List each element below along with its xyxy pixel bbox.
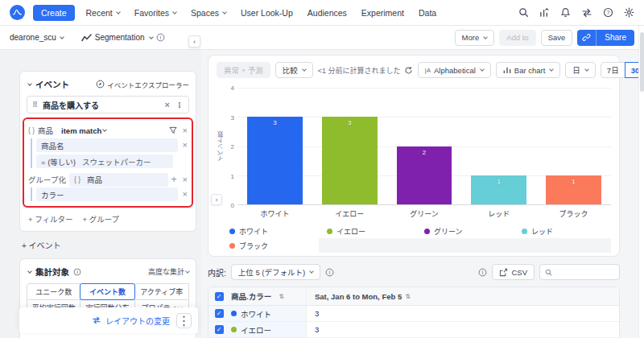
bar-green[interactable]: 2 — [397, 146, 452, 205]
sort-icon[interactable]: ⇅ — [279, 293, 284, 300]
project-selector[interactable]: dearone_scu — [10, 33, 64, 42]
page-scrollbar[interactable] — [638, 26, 644, 338]
table-row[interactable]: ✓ ホワイト 3 — [208, 306, 619, 322]
filter-operator-dropdown[interactable]: item match — [61, 126, 106, 135]
change-layout-button[interactable]: レイアウトの変更 — [92, 315, 170, 327]
y-axis-label: イベント数 — [217, 88, 225, 205]
nav-user-lookup[interactable]: User Look-Up — [237, 8, 296, 18]
measure-option-active[interactable]: アクティブ率 — [134, 283, 189, 300]
chart-type-dropdown[interactable]: Bar chart — [496, 62, 561, 78]
nav-data[interactable]: Data — [415, 8, 440, 18]
compare-button[interactable]: 比較 — [275, 62, 313, 78]
switch-workspace-icon[interactable] — [581, 8, 592, 18]
breakdown-controls: 内訳: 上位 5 (デフォルト) i i CSV — [208, 264, 620, 280]
event-menu-icon[interactable]: ⋮ — [175, 101, 184, 109]
nav-favorites[interactable]: Favorites — [131, 8, 180, 18]
advanced-aggregation-dropdown[interactable]: 高度な集計 — [148, 266, 189, 277]
amplitude-logo-icon[interactable] — [10, 5, 25, 20]
collapse-chevron-icon[interactable] — [27, 269, 32, 274]
legend-item-black[interactable]: ブラック — [221, 241, 319, 251]
chart-type-selector[interactable]: Segmentation i — [81, 33, 165, 42]
groupby-field-select[interactable]: カラー — [36, 188, 178, 201]
measure-option-event-totals[interactable]: イベント数 — [80, 283, 134, 300]
nav-audiences[interactable]: Audiences — [304, 8, 350, 18]
table-row[interactable]: ✓ イエロー 3 — [208, 322, 619, 338]
search-icon[interactable] — [518, 7, 529, 18]
sort-dropdown[interactable]: |AAlphabetical — [418, 62, 491, 78]
copy-link-icon[interactable] — [577, 30, 597, 46]
remove-filter-icon[interactable]: × — [183, 126, 188, 135]
select-all-checkbox[interactable]: ✓ — [215, 292, 224, 301]
add-to-button[interactable]: Add to — [499, 30, 535, 46]
measure-option-uniques[interactable]: ユニーク数 — [27, 283, 80, 300]
nav-recent[interactable]: Recent — [83, 8, 123, 18]
date-range-segmented: 7日 30日 60日 90日 — [601, 62, 644, 78]
insights-icon[interactable] — [539, 7, 550, 18]
drag-handle-icon[interactable]: ⠿ — [32, 101, 38, 109]
nav-spaces[interactable]: Spaces — [188, 8, 229, 18]
bar-red[interactable]: 1 — [471, 175, 526, 204]
event-explorer-link[interactable]: イベントエクスプローラー — [96, 80, 189, 89]
save-button[interactable]: Save — [541, 30, 573, 46]
sidebar-collapse-button[interactable]: ‹ — [188, 35, 200, 47]
remove-event-icon[interactable]: × — [165, 101, 170, 109]
legend-item-yellow[interactable]: イエロー — [319, 226, 416, 237]
event-footer-actions: + フィルター + グループ — [27, 213, 189, 225]
event-item[interactable]: ⠿ 商品を購入する × ⋮ — [27, 96, 189, 113]
legend-item-red[interactable]: レッド — [514, 226, 611, 237]
row-checkbox[interactable]: ✓ — [215, 309, 224, 318]
condition-select[interactable]: = (等しい) スウェットパーカー — [36, 155, 173, 168]
table-search-box[interactable] — [539, 264, 620, 280]
more-button[interactable]: More — [455, 30, 495, 46]
groupby-property-select[interactable]: { }商品 — [69, 173, 168, 187]
series-dot — [231, 311, 237, 316]
legend-dot — [327, 229, 332, 234]
row-checkbox[interactable]: ✓ — [215, 325, 224, 334]
bar-white[interactable]: 3 — [247, 117, 303, 204]
add-group-button[interactable]: + グループ — [83, 213, 120, 225]
refresh-icon[interactable] — [404, 66, 413, 75]
scrollbar-thumb[interactable] — [640, 32, 644, 92]
remove-groupby-icon[interactable]: × — [183, 175, 188, 184]
table-actions: i CSV — [478, 264, 620, 280]
series-dot — [231, 327, 237, 332]
filter-funnel-icon[interactable] — [169, 126, 177, 134]
layout-menu-icon[interactable]: ⋮ — [176, 313, 192, 328]
legend-item-green[interactable]: グリーン — [416, 226, 514, 237]
column-header-group[interactable]: 商品.カラー — [231, 291, 271, 302]
settings-gear-icon[interactable] — [624, 7, 634, 18]
remove-groupby-field-icon[interactable]: × — [183, 190, 188, 199]
field-select[interactable]: 商品名 — [36, 138, 178, 152]
breakdown-dropdown[interactable]: 上位 5 (デフォルト) — [231, 264, 320, 280]
bar-yellow[interactable]: 3 — [322, 117, 378, 204]
remove-field-icon[interactable]: × — [183, 141, 188, 150]
range-7d[interactable]: 7日 — [601, 62, 625, 78]
info-icon[interactable]: i — [73, 268, 81, 276]
add-event-button[interactable]: + イベント — [22, 239, 196, 251]
create-button[interactable]: Create — [33, 5, 75, 21]
granularity-dropdown[interactable]: 日 — [565, 62, 596, 78]
nav-experiment[interactable]: Experiment — [358, 8, 407, 18]
filter-property[interactable]: 商品 — [38, 125, 53, 136]
breakdown-label: 内訳: — [208, 266, 226, 278]
chart-panel-collapse-button[interactable]: ‹ — [211, 194, 222, 205]
column-header-daterange[interactable]: Sat, Jan 6 to Mon, Feb 5 — [315, 292, 402, 301]
collapse-chevron-icon[interactable] — [27, 81, 32, 86]
info-icon[interactable]: i — [156, 33, 165, 42]
notifications-bell-icon[interactable] — [560, 7, 571, 18]
info-icon[interactable]: i — [325, 268, 334, 277]
add-filter-button[interactable]: + フィルター — [28, 213, 73, 225]
chevron-down-icon — [483, 35, 488, 39]
info-icon[interactable]: i — [478, 268, 487, 277]
help-icon[interactable]: ? — [603, 7, 613, 18]
export-csv-button[interactable]: CSV — [492, 264, 535, 280]
bar-black[interactable]: 1 — [546, 175, 601, 204]
table-search-input[interactable] — [555, 268, 612, 276]
share-button[interactable]: Share — [597, 30, 634, 46]
add-groupby-icon[interactable]: + — [171, 175, 177, 184]
chart-header-bar: dearone_scu Segmentation i More Add to S… — [0, 26, 644, 50]
anomaly-forecast-button[interactable]: 異常 + 予測 — [217, 62, 270, 78]
legend-item-white[interactable]: ホワイト — [221, 226, 319, 237]
top-nav: Create Recent Favorites Spaces User Look… — [0, 0, 644, 26]
sort-icon[interactable]: ⇅ — [405, 293, 411, 300]
